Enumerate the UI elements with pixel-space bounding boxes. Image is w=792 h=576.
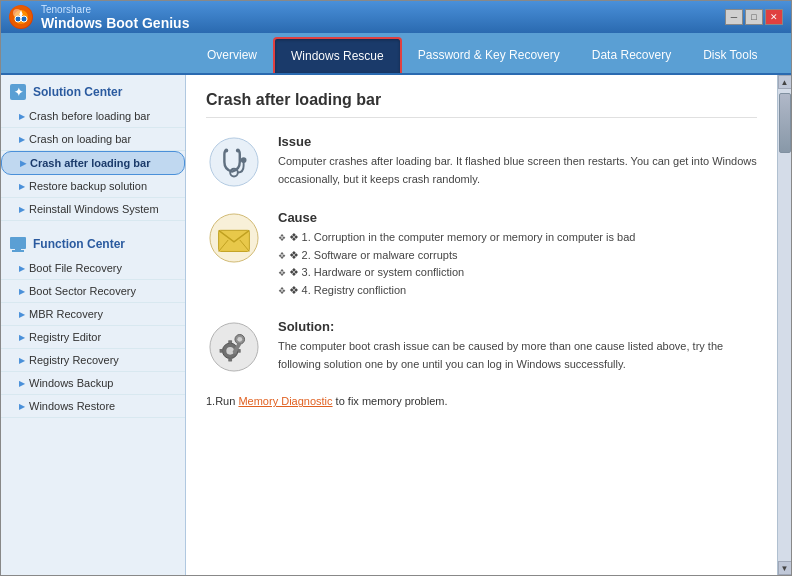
scrollbar[interactable]: ▲ ▼	[777, 75, 791, 575]
cause-list: ❖ 1. Corruption in the computer memory o…	[278, 229, 757, 299]
function-center-icon	[9, 235, 27, 253]
brand-label: Tenorshare	[41, 4, 189, 15]
solution-body: The computer boot crash issue can be cau…	[278, 338, 757, 373]
sidebar-item-crash-after[interactable]: Crash after loading bar	[1, 151, 185, 175]
svg-point-19	[226, 347, 234, 355]
sidebar-item-windows-restore[interactable]: Windows Restore	[1, 395, 185, 418]
scroll-thumb[interactable]	[779, 93, 791, 153]
solution-center-icon: ✦	[9, 83, 27, 101]
solution-text: Solution: The computer boot crash issue …	[278, 319, 757, 373]
scroll-down-arrow[interactable]: ▼	[778, 561, 792, 575]
svg-rect-8	[12, 250, 24, 252]
tab-overview[interactable]: Overview	[191, 37, 273, 73]
content-area: Crash after loading bar	[186, 75, 777, 575]
issue-text: Issue Computer crashes after loading bar…	[278, 134, 757, 188]
main-window: Tenorshare Windows Boot Genius ─ □ ✕ Ove…	[0, 0, 792, 576]
run-suffix: to fix memory problem.	[333, 395, 448, 407]
memory-diagnostic-link[interactable]: Memory Diagnostic	[238, 395, 332, 407]
svg-point-3	[15, 16, 21, 22]
nav-bar: Overview Windows Rescue Password & Key R…	[1, 33, 791, 75]
sidebar-item-mbr[interactable]: MBR Recovery	[1, 303, 185, 326]
run-prefix: 1.Run	[206, 395, 238, 407]
title-bar-left: Tenorshare Windows Boot Genius	[9, 4, 189, 31]
sidebar-item-crash-before[interactable]: Crash before loading bar	[1, 105, 185, 128]
window-controls: ─ □ ✕	[725, 9, 783, 25]
title-text-group: Tenorshare Windows Boot Genius	[41, 4, 189, 31]
svg-rect-26	[238, 349, 241, 353]
svg-rect-25	[220, 349, 223, 353]
maximize-button[interactable]: □	[745, 9, 763, 25]
tab-windows-rescue[interactable]: Windows Rescue	[273, 37, 402, 73]
solution-section: Solution: The computer boot crash issue …	[206, 319, 757, 375]
svg-text:✦: ✦	[14, 86, 23, 98]
content-title: Crash after loading bar	[206, 91, 757, 118]
cause-text: Cause ❖ 1. Corruption in the computer me…	[278, 210, 757, 299]
app-title: Windows Boot Genius	[41, 15, 189, 31]
sidebar: ✦ Solution Center Crash before loading b…	[1, 75, 186, 575]
solution-center-header: ✦ Solution Center	[1, 75, 185, 105]
run-section: 1.Run Memory Diagnostic to fix memory pr…	[206, 395, 757, 407]
svg-point-14	[236, 149, 240, 153]
cause-item-3: ❖ 3. Hardware or system confliction	[278, 264, 757, 282]
svg-point-4	[21, 16, 27, 22]
cause-icon	[206, 210, 262, 266]
title-bar: Tenorshare Windows Boot Genius ─ □ ✕	[1, 1, 791, 33]
sidebar-item-crash-on[interactable]: Crash on loading bar	[1, 128, 185, 151]
cause-title: Cause	[278, 210, 757, 225]
svg-point-12	[241, 157, 247, 163]
tab-disk-tools[interactable]: Disk Tools	[687, 37, 773, 73]
tab-data-recovery[interactable]: Data Recovery	[576, 37, 687, 73]
sidebar-item-reinstall[interactable]: Reinstall Windows System	[1, 198, 185, 221]
main-area: ✦ Solution Center Crash before loading b…	[1, 75, 791, 575]
svg-point-21	[237, 337, 242, 342]
sidebar-item-registry-recovery[interactable]: Registry Recovery	[1, 349, 185, 372]
close-button[interactable]: ✕	[765, 9, 783, 25]
tab-password-recovery[interactable]: Password & Key Recovery	[402, 37, 576, 73]
function-center-header: Function Center	[1, 227, 185, 257]
scroll-track[interactable]	[778, 89, 792, 561]
sidebar-item-restore-backup[interactable]: Restore backup solution	[1, 175, 185, 198]
sidebar-item-boot-file[interactable]: Boot File Recovery	[1, 257, 185, 280]
svg-rect-24	[228, 359, 232, 362]
cause-item-4: ❖ 4. Registry confliction	[278, 282, 757, 300]
svg-rect-9	[15, 248, 21, 250]
svg-rect-7	[10, 237, 26, 249]
scroll-up-arrow[interactable]: ▲	[778, 75, 792, 89]
minimize-button[interactable]: ─	[725, 9, 743, 25]
cause-body: ❖ 1. Corruption in the computer memory o…	[278, 229, 757, 299]
sidebar-item-boot-sector[interactable]: Boot Sector Recovery	[1, 280, 185, 303]
issue-section: Issue Computer crashes after loading bar…	[206, 134, 757, 190]
sidebar-item-registry-editor[interactable]: Registry Editor	[1, 326, 185, 349]
app-icon	[9, 5, 33, 29]
issue-title: Issue	[278, 134, 757, 149]
issue-icon	[206, 134, 262, 190]
issue-body: Computer crashes after loading bar. It f…	[278, 153, 757, 188]
solution-title: Solution:	[278, 319, 757, 334]
svg-rect-23	[228, 341, 232, 344]
cause-section: Cause ❖ 1. Corruption in the computer me…	[206, 210, 757, 299]
sidebar-item-windows-backup[interactable]: Windows Backup	[1, 372, 185, 395]
solution-icon	[206, 319, 262, 375]
svg-point-10	[210, 138, 258, 186]
svg-point-13	[224, 149, 228, 153]
cause-item-1: ❖ 1. Corruption in the computer memory o…	[278, 229, 757, 247]
cause-item-2: ❖ 2. Software or malware corrupts	[278, 247, 757, 265]
